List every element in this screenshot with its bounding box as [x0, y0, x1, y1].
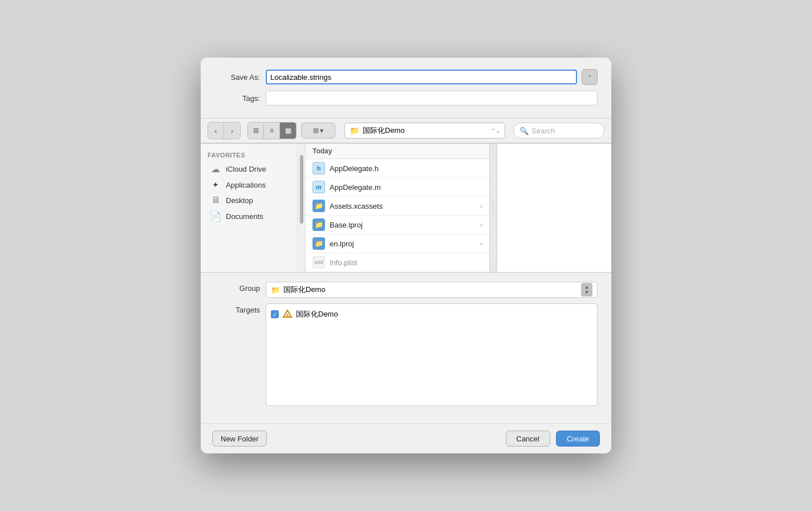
arrange-chevron-icon: ▾	[320, 127, 323, 135]
location-label: 国际化Demo	[363, 125, 405, 136]
save-as-label: Save As:	[214, 73, 260, 82]
file-name-info-plist: Info.plist	[330, 258, 357, 267]
chevron-right-icon-en: ›	[480, 240, 482, 247]
file-name-appdelegate-h: AppDelegate.h	[330, 164, 379, 173]
stepper-down-icon[interactable]: ▼	[584, 290, 589, 295]
view-group: ⊞ ≡ ▦	[247, 122, 297, 139]
folder-icon-en: 📁	[312, 237, 325, 250]
svg-text:A: A	[286, 313, 289, 317]
file-item-appdelegate-m[interactable]: m AppDelegate.m	[306, 178, 489, 197]
divider-icon: ⋮	[490, 205, 496, 211]
sidebar-item-label-desktop: Desktop	[226, 196, 253, 205]
top-section: Save As: ⌃ Tags:	[201, 58, 611, 118]
targets-label: Targets	[214, 303, 260, 314]
applications-icon: ✦	[210, 180, 221, 189]
group-value: 国际化Demo	[283, 285, 326, 295]
target-item-guojihua[interactable]: ✓ A 国际化Demo	[271, 307, 592, 321]
chevron-right-icon-assets: ›	[480, 202, 482, 209]
cancel-button[interactable]: Cancel	[506, 431, 550, 447]
forward-button[interactable]: ›	[224, 123, 240, 139]
preview-area	[497, 144, 611, 272]
search-icon: 🔍	[519, 127, 529, 135]
file-name-appdelegate-m: AppDelegate.m	[330, 183, 381, 192]
bottom-section: Group 📁 国际化Demo ▲ ▼ Targets ✓	[201, 273, 611, 423]
save-dialog: Save As: ⌃ Tags: ‹ › ⊞ ≡	[201, 58, 611, 453]
folder-icon-assets: 📁	[312, 200, 325, 212]
m-file-icon: m	[312, 181, 325, 193]
sidebar-item-label-applications: Applications	[226, 181, 266, 189]
sidebar-item-label-icloud: iCloud Drive	[226, 165, 266, 173]
folder-icon-base: 📁	[312, 218, 325, 231]
create-button[interactable]: Create	[556, 431, 600, 447]
targets-box: ✓ A 国际化Demo	[266, 303, 598, 406]
view-list-button[interactable]: ≡	[264, 123, 280, 139]
sidebar-item-desktop[interactable]: 🖥 Desktop	[203, 192, 295, 208]
file-item-appdelegate-h[interactable]: h AppDelegate.h	[306, 159, 489, 178]
location-popup[interactable]: 📁 国际化Demo ⌃⌄	[344, 123, 505, 139]
list-view-icon: ≡	[270, 127, 274, 135]
icloud-icon: ☁	[210, 164, 221, 175]
expand-toggle-button[interactable]: ⌃	[582, 69, 598, 85]
file-list-area: Today h AppDelegate.h m AppDelegate.m 📁 …	[306, 144, 489, 272]
new-folder-button[interactable]: New Folder	[212, 431, 267, 447]
sidebar-scrollbar[interactable]	[298, 144, 306, 272]
forward-icon: ›	[231, 127, 233, 135]
search-box[interactable]: 🔍 Search	[513, 123, 604, 139]
search-placeholder: Search	[531, 127, 555, 135]
location-folder-icon: 📁	[350, 126, 359, 135]
tags-label: Tags:	[214, 94, 260, 103]
column-view-icon: ▦	[285, 127, 291, 135]
chevron-right-icon-base: ›	[480, 221, 482, 228]
footer: New Folder Cancel Create	[201, 423, 611, 453]
file-item-assets-xcassets[interactable]: 📁 Assets.xcassets ›	[306, 197, 489, 216]
documents-icon: 📄	[210, 211, 221, 222]
desktop-icon: 🖥	[210, 195, 221, 205]
file-name-base-lproj: Base.lproj	[330, 221, 363, 229]
group-label: Group	[214, 282, 260, 293]
tags-row: Tags:	[214, 91, 598, 106]
back-icon: ‹	[214, 127, 217, 135]
sidebar-item-applications[interactable]: ✦ Applications	[203, 177, 295, 192]
view-icon-button[interactable]: ⊞	[248, 123, 264, 139]
file-item-en-lproj[interactable]: 📁 en.lproj ›	[306, 234, 489, 253]
main-content: Favorites ☁ iCloud Drive ✦ Applications …	[201, 143, 611, 273]
target-app-icon-guojihua: A	[282, 309, 293, 319]
group-stepper[interactable]: ▲ ▼	[581, 283, 592, 297]
file-name-en-lproj: en.lproj	[330, 240, 354, 248]
targets-row: Targets ✓ A 国际化Demo	[214, 303, 598, 406]
target-checkbox-guojihua[interactable]: ✓	[271, 310, 279, 318]
save-as-input[interactable]	[266, 70, 577, 84]
plist-file-icon: xml	[312, 256, 325, 269]
favorites-label: Favorites	[201, 148, 297, 161]
group-row: Group 📁 国际化Demo ▲ ▼	[214, 282, 598, 298]
save-as-row: Save As: ⌃	[214, 69, 598, 85]
file-name-assets-xcassets: Assets.xcassets	[330, 202, 383, 210]
toolbar: ‹ › ⊞ ≡ ▦ ⊞ ▾ 📁 国际化Demo ⌃⌄	[201, 118, 611, 143]
view-column-button[interactable]: ▦	[280, 123, 296, 139]
arrange-icon: ⊞	[313, 127, 319, 135]
sidebar: Favorites ☁ iCloud Drive ✦ Applications …	[201, 144, 298, 272]
column-divider-handle[interactable]: ⋮	[489, 144, 497, 272]
group-select[interactable]: 📁 国际化Demo ▲ ▼	[266, 282, 598, 298]
target-label-guojihua: 国际化Demo	[296, 309, 338, 319]
scrollbar-thumb[interactable]	[300, 155, 303, 224]
group-folder-icon: 📁	[271, 286, 280, 294]
stepper-up-icon[interactable]: ▲	[584, 285, 589, 290]
location-chevrons-icon: ⌃⌄	[491, 128, 500, 134]
file-item-info-plist[interactable]: xml Info.plist	[306, 253, 489, 272]
sidebar-item-label-documents: Documents	[226, 212, 263, 221]
tags-input[interactable]	[266, 91, 598, 106]
icon-view-icon: ⊞	[253, 127, 259, 135]
back-button[interactable]: ‹	[208, 123, 224, 139]
arrange-button[interactable]: ⊞ ▾	[301, 123, 335, 139]
sidebar-item-documents[interactable]: 📄 Documents	[203, 208, 295, 225]
sidebar-item-icloud-drive[interactable]: ☁ iCloud Drive	[203, 161, 295, 177]
file-item-base-lproj[interactable]: 📁 Base.lproj ›	[306, 216, 489, 234]
h-file-icon: h	[312, 162, 325, 175]
file-list-section-header: Today	[306, 144, 489, 159]
